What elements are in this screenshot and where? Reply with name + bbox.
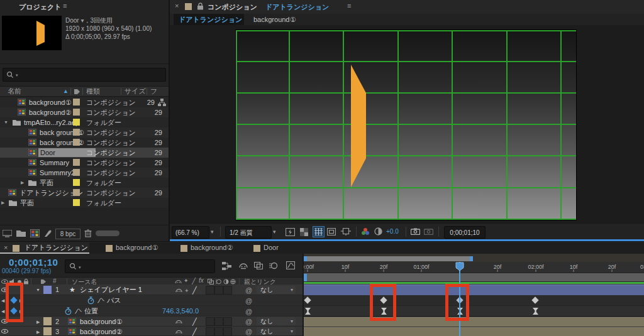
- timeline-tab[interactable]: background②: [191, 244, 233, 252]
- switch-cell[interactable]: [223, 327, 232, 336]
- project-row[interactable]: back ground② コンポジション 29: [0, 138, 169, 148]
- quality-switch[interactable]: ╱: [192, 327, 197, 336]
- color-depth-button[interactable]: 8 bpc: [55, 229, 80, 239]
- project-search-input[interactable]: ▾: [3, 68, 166, 82]
- item-name[interactable]: tmpAEto...ry2.aep: [24, 117, 79, 127]
- shy-switch-icon[interactable]: [175, 329, 182, 335]
- label-color-chip[interactable]: [73, 199, 80, 206]
- label-color-chip[interactable]: [73, 169, 80, 176]
- fast-previews-icon[interactable]: [286, 228, 295, 236]
- label-color-chip[interactable]: [73, 189, 80, 196]
- shy-switch-icon[interactable]: [175, 319, 182, 325]
- stopwatch-icon[interactable]: [87, 296, 94, 305]
- project-row[interactable]: ▶ 平面 フォルダー: [0, 178, 169, 188]
- resolution-caret-icon[interactable]: ▾: [273, 229, 276, 235]
- pick-whip-icon[interactable]: @: [245, 317, 252, 327]
- label-color-chip[interactable]: [73, 139, 80, 146]
- grid-and-guides-icon[interactable]: [313, 226, 325, 237]
- quality-switch[interactable]: ╱: [192, 317, 197, 327]
- switch-cell[interactable]: [206, 327, 214, 336]
- composition-frame[interactable]: [236, 30, 576, 220]
- keyframe-diamond[interactable]: [304, 296, 311, 303]
- graph-editor-icon[interactable]: [286, 261, 295, 269]
- project-row[interactable]: ドアトランジション コンポジション 29: [0, 188, 169, 198]
- layer-name[interactable]: background②: [80, 327, 122, 336]
- trash-icon[interactable]: [84, 229, 92, 237]
- work-area-bar[interactable]: [304, 273, 644, 282]
- viewer-tab[interactable]: background①: [253, 16, 296, 24]
- keyframe-easy-ease[interactable]: [305, 308, 311, 315]
- current-timecode[interactable]: 0;00;01;10: [9, 257, 58, 268]
- expand-closed-icon[interactable]: ▶: [36, 317, 40, 327]
- pick-whip-icon[interactable]: @: [245, 306, 252, 317]
- graph-toggle-icon[interactable]: [97, 297, 105, 304]
- project-row[interactable]: ▼ tmpAEto...ry2.aep フォルダー: [0, 117, 169, 127]
- quality-switch[interactable]: ╱: [192, 285, 197, 295]
- visibility-eye-icon[interactable]: [1, 329, 8, 333]
- navigator-end-handle[interactable]: [470, 256, 473, 261]
- close-panel-icon[interactable]: ×: [175, 2, 179, 9]
- parent-dropdown[interactable]: なし ▾: [257, 327, 296, 335]
- magnification-dropdown[interactable]: (66.7 %): [172, 226, 209, 239]
- exposure-value[interactable]: +0.0: [386, 228, 399, 235]
- project-row[interactable]: Summary コンポジション 29: [0, 158, 169, 168]
- work-area-start-handle[interactable]: [304, 274, 307, 281]
- layer-bar-background2[interactable]: [304, 327, 644, 336]
- interpret-footage-icon[interactable]: [3, 230, 12, 237]
- parent-dropdown[interactable]: なし ▾: [257, 317, 296, 325]
- pick-whip-icon[interactable]: @: [245, 296, 252, 306]
- label-color-chip[interactable]: [73, 109, 80, 116]
- label-column-icon[interactable]: [74, 89, 80, 95]
- column-size[interactable]: サイズ: [125, 87, 146, 96]
- region-of-interest-icon[interactable]: [327, 228, 336, 236]
- project-row[interactable]: background① コンポジション 29: [0, 97, 169, 107]
- switch-cell[interactable]: [223, 286, 232, 295]
- stopwatch-icon[interactable]: [65, 307, 72, 315]
- pick-whip-icon[interactable]: @: [245, 327, 252, 336]
- project-panel-menu-icon[interactable]: ≡: [63, 2, 67, 9]
- item-name[interactable]: Summmry2: [40, 168, 75, 178]
- sort-ascending-icon[interactable]: ▲: [63, 87, 69, 96]
- pick-whip-icon[interactable]: @: [245, 285, 252, 295]
- column-type[interactable]: 種類: [86, 87, 100, 96]
- viewer-panel-menu-icon[interactable]: ≡: [347, 2, 351, 9]
- exposure-reset-icon[interactable]: [374, 227, 382, 236]
- pasteboard-toggle-icon[interactable]: [341, 228, 351, 236]
- expand-open-icon[interactable]: ▼: [4, 117, 8, 127]
- property-name[interactable]: 位置: [84, 306, 98, 316]
- switch-cell[interactable]: [214, 327, 223, 336]
- keyframe-easy-ease[interactable]: [533, 308, 538, 315]
- project-row[interactable]: Summmry2 コンポジション 29: [0, 168, 169, 178]
- new-folder-icon[interactable]: [16, 230, 26, 237]
- resolution-dropdown[interactable]: 1/2 画質: [225, 226, 272, 239]
- switch-cell[interactable]: [206, 286, 214, 295]
- frame-blending-icon[interactable]: [254, 262, 263, 269]
- layer-row[interactable]: ▶ 2 background① ╱ @ なし ▾: [0, 317, 303, 327]
- label-color-chip[interactable]: [73, 179, 80, 186]
- layer-bar[interactable]: [304, 327, 644, 336]
- layer-row-shape[interactable]: ▼ 1 ★ シェイプレイヤー 1 ✦ ╱ @ なし ▾: [0, 285, 303, 295]
- label-color-chip[interactable]: [73, 159, 80, 166]
- property-name[interactable]: パス: [107, 295, 121, 305]
- switch-cell[interactable]: [206, 317, 214, 326]
- horizontal-scrollbar[interactable]: [96, 230, 119, 236]
- item-name[interactable]: 平面: [40, 178, 53, 188]
- switch-cell[interactable]: [214, 286, 223, 295]
- project-row[interactable]: ▶ 平面 フォルダー: [0, 198, 169, 208]
- project-settings-icon[interactable]: [44, 229, 52, 237]
- timeline-search-input[interactable]: ▾: [65, 259, 215, 273]
- label-color-chip[interactable]: [73, 119, 80, 126]
- lock-icon[interactable]: [197, 3, 204, 10]
- layer-label-chip[interactable]: [43, 317, 52, 325]
- timeline-tab[interactable]: background①: [116, 244, 158, 252]
- graph-toggle-icon[interactable]: [74, 308, 82, 315]
- keyframe-diamond[interactable]: [531, 296, 538, 303]
- expand-closed-icon[interactable]: ▶: [36, 327, 40, 336]
- hide-shy-layers-icon[interactable]: [239, 262, 248, 269]
- timeline-tab-active[interactable]: × ドアトランジション ≡: [0, 242, 89, 254]
- time-ruler[interactable]: 0:00f 10f 20f 01:00f 10f 20f 02:00f 10f …: [304, 262, 644, 273]
- layer-name[interactable]: シェイプレイヤー 1: [80, 285, 142, 295]
- used-in-comps-icon[interactable]: [158, 99, 166, 106]
- label-color-chip[interactable]: [73, 99, 80, 106]
- item-name[interactable]: background①: [29, 97, 71, 107]
